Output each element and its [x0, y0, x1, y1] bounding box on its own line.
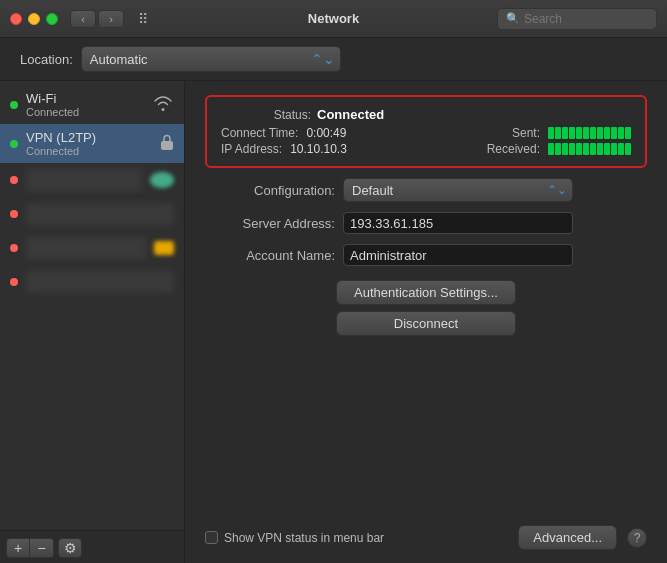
nav-buttons: ‹ ›	[70, 10, 124, 28]
blurred-content-2	[26, 203, 174, 225]
status-label: Status:	[221, 108, 311, 122]
vpn-status: Connected	[26, 145, 152, 157]
status-row-main: Status: Connected	[221, 107, 631, 122]
server-address-input[interactable]	[343, 212, 573, 234]
search-box: 🔍	[497, 8, 657, 30]
disconnect-button[interactable]: Disconnect	[336, 311, 516, 336]
sidebar-item-vpn[interactable]: VPN (L2TP) Connected	[0, 124, 184, 163]
sent-seg-11	[618, 127, 624, 139]
config-label: Configuration:	[205, 183, 335, 198]
ip-value: 10.10.10.3	[290, 142, 347, 156]
sent-seg-9	[604, 127, 610, 139]
window-title: Network	[308, 11, 359, 26]
received-item: Received:	[436, 142, 631, 156]
recv-seg-11	[618, 143, 624, 155]
show-vpn-checkbox[interactable]	[205, 531, 218, 544]
sent-seg-1	[548, 127, 554, 139]
close-button[interactable]	[10, 13, 22, 25]
location-select-wrapper: Automatic ⌃⌄	[81, 46, 341, 72]
sent-seg-5	[576, 127, 582, 139]
recv-seg-2	[555, 143, 561, 155]
account-name-label: Account Name:	[205, 248, 335, 263]
blurred-status-dot-1	[10, 176, 18, 184]
status-value: Connected	[317, 107, 384, 122]
sent-seg-6	[583, 127, 589, 139]
grid-button[interactable]: ⠿	[134, 9, 152, 29]
sent-traffic-bar	[548, 127, 631, 139]
recv-seg-1	[548, 143, 554, 155]
auth-settings-button[interactable]: Authentication Settings...	[336, 280, 516, 305]
recv-seg-9	[604, 143, 610, 155]
connect-time-item: Connect Time: 0:00:49	[221, 126, 416, 140]
vpn-name: VPN (L2TP)	[26, 130, 152, 145]
status-box: Status: Connected Connect Time: 0:00:49 …	[205, 95, 647, 168]
sent-seg-4	[569, 127, 575, 139]
recv-seg-5	[576, 143, 582, 155]
search-icon: 🔍	[506, 12, 520, 25]
zoom-button[interactable]	[46, 13, 58, 25]
account-name-input[interactable]	[343, 244, 573, 266]
action-buttons: Authentication Settings... Disconnect	[205, 280, 647, 336]
location-label: Location:	[20, 52, 73, 67]
spacer	[205, 350, 647, 515]
location-select[interactable]: Automatic	[81, 46, 341, 72]
config-select[interactable]: Default	[343, 178, 573, 202]
show-vpn-label: Show VPN status in menu bar	[224, 531, 384, 545]
recv-seg-7	[590, 143, 596, 155]
received-label: Received:	[487, 142, 540, 156]
titlebar: ‹ › ⠿ Network 🔍	[0, 0, 667, 38]
ip-item: IP Address: 10.10.10.3	[221, 142, 416, 156]
svg-rect-0	[161, 141, 173, 150]
connect-time-value: 0:00:49	[306, 126, 346, 140]
main-content: Wi-Fi Connected VPN (L2TP) Connected	[0, 81, 667, 563]
search-input[interactable]	[524, 12, 648, 26]
sent-label: Sent:	[512, 126, 540, 140]
right-panel: Status: Connected Connect Time: 0:00:49 …	[185, 81, 667, 563]
server-address-label: Server Address:	[205, 216, 335, 231]
status-details-grid: Connect Time: 0:00:49 Sent:	[221, 126, 631, 156]
remove-network-button[interactable]: −	[30, 538, 54, 558]
traffic-lights	[10, 13, 58, 25]
back-button[interactable]: ‹	[70, 10, 96, 28]
wifi-status: Connected	[26, 106, 144, 118]
sent-seg-7	[590, 127, 596, 139]
recv-seg-10	[611, 143, 617, 155]
wifi-item-text: Wi-Fi Connected	[26, 91, 144, 118]
blurred-content-4	[26, 271, 174, 293]
add-network-button[interactable]: +	[6, 538, 30, 558]
blurred-content-1	[26, 169, 142, 191]
advanced-button[interactable]: Advanced...	[518, 525, 617, 550]
help-button[interactable]: ?	[627, 528, 647, 548]
sidebar-item-blurred-3[interactable]	[0, 231, 184, 265]
sidebar-item-blurred-1[interactable]	[0, 163, 184, 197]
minimize-button[interactable]	[28, 13, 40, 25]
lock-icon	[160, 133, 174, 155]
account-name-row: Account Name:	[205, 244, 647, 266]
sidebar-item-blurred-2[interactable]	[0, 197, 184, 231]
sent-seg-2	[555, 127, 561, 139]
sidebar-item-wifi[interactable]: Wi-Fi Connected	[0, 85, 184, 124]
wifi-status-dot	[10, 101, 18, 109]
sent-seg-8	[597, 127, 603, 139]
sent-item: Sent:	[436, 126, 631, 140]
sidebar-item-blurred-4[interactable]	[0, 265, 184, 299]
recv-seg-8	[597, 143, 603, 155]
network-settings-button[interactable]: ⚙	[58, 538, 82, 558]
bottom-bar: Show VPN status in menu bar Advanced... …	[205, 525, 647, 550]
blurred-status-dot-3	[10, 244, 18, 252]
sidebar: Wi-Fi Connected VPN (L2TP) Connected	[0, 81, 185, 563]
ip-label: IP Address:	[221, 142, 282, 156]
sent-seg-12	[625, 127, 631, 139]
recv-seg-6	[583, 143, 589, 155]
sidebar-toolbar: + − ⚙	[0, 530, 184, 563]
location-bar: Location: Automatic ⌃⌄	[0, 38, 667, 81]
server-address-row: Server Address:	[205, 212, 647, 234]
blurred-content-3	[26, 237, 146, 259]
vpn-item-text: VPN (L2TP) Connected	[26, 130, 152, 157]
sent-seg-3	[562, 127, 568, 139]
config-row: Configuration: Default ⌃⌄	[205, 178, 647, 202]
forward-button[interactable]: ›	[98, 10, 124, 28]
sent-seg-10	[611, 127, 617, 139]
connect-time-label: Connect Time:	[221, 126, 298, 140]
received-traffic-bar	[548, 143, 631, 155]
